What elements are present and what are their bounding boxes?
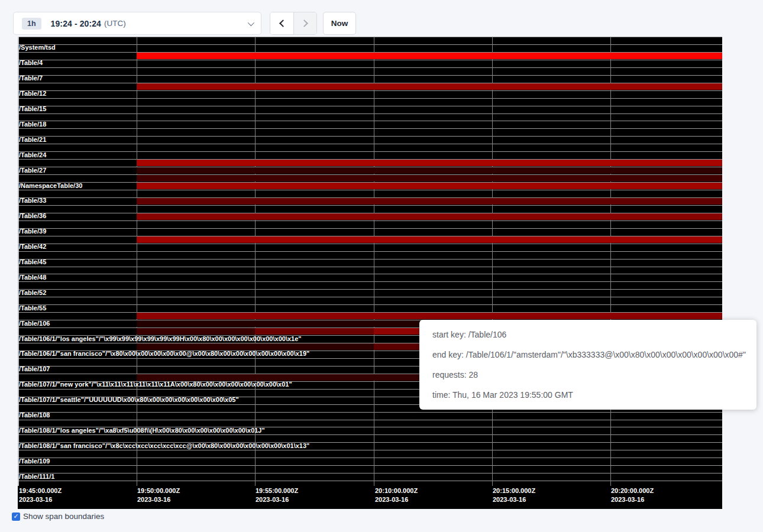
span-key-label: /Table/15 (19, 106, 46, 113)
span-key-label: /Table/48 (19, 274, 46, 281)
chevron-down-icon (248, 19, 254, 25)
span-boundary-line (18, 121, 722, 121)
chevron-right-icon (300, 20, 308, 27)
axis-tick-date: 2023-03-16 (611, 496, 654, 503)
span-boundary-line (18, 144, 722, 144)
span-key-label: /Table/42 (19, 244, 46, 251)
span-key-label: /Table/106 (19, 320, 50, 327)
span-key-label: /Table/106/1/"los angeles"/"\x99\x99\x99… (19, 336, 302, 343)
span-key-label: /NamespaceTable/30 (19, 183, 82, 190)
axis-tick: 19:45:00.000Z2023-03-16 (19, 487, 62, 503)
axis-tick-time: 19:50:00.000Z (137, 487, 180, 494)
span-boundary-line (18, 289, 722, 290)
axis-tick-date: 2023-03-16 (493, 496, 535, 503)
axis-tick-time: 20:10:00.000Z (375, 487, 418, 494)
heat-band[interactable] (137, 53, 722, 59)
span-boundary-line (18, 205, 722, 206)
axis-tick-time: 19:55:00.000Z (256, 487, 298, 494)
span-key-label: /Table/52 (19, 290, 46, 297)
now-button[interactable]: Now (323, 12, 356, 35)
footer-controls: ✓ Show span boundaries (12, 512, 104, 521)
axis-tick-time: 19:45:00.000Z (19, 487, 62, 494)
span-boundary-line (18, 458, 722, 458)
axis-tick-date: 2023-03-16 (375, 496, 418, 503)
span-key-label: /Table/107 (19, 366, 50, 373)
chevron-left-icon (279, 20, 287, 27)
time-range-text: 19:24 - 20:24 (51, 19, 101, 28)
span-boundary-line (18, 67, 722, 68)
next-time-button[interactable] (293, 12, 316, 34)
span-boundary-line (18, 259, 722, 259)
tooltip-line: start key: /Table/106 (432, 325, 756, 345)
span-boundary-line (18, 220, 722, 221)
time-range-select[interactable]: 1h 19:24 - 20:24 (UTC) (13, 12, 261, 35)
time-nav-group (270, 12, 317, 35)
axis-tick-date: 2023-03-16 (137, 496, 180, 503)
span-boundary-line (18, 251, 722, 252)
time-gridline (374, 37, 374, 486)
heat-band[interactable] (255, 328, 374, 335)
span-boundary-line (18, 90, 722, 91)
tooltip-line: end key: /Table/106/1/"amsterdam"/"\xb33… (432, 345, 756, 365)
key-visualizer-canvas[interactable]: /System/tsd/Table/4/Table/7/Table/12/Tab… (18, 37, 722, 509)
span-key-label: /Table/39 (19, 228, 46, 235)
heat-band[interactable] (137, 160, 722, 166)
span-key-label: /Table/108/1/"los angeles"/"\xa8\xf5\u00… (19, 427, 265, 434)
time-gridline (492, 37, 493, 486)
heat-band[interactable] (137, 236, 722, 243)
time-gridline (610, 37, 611, 486)
span-boundary-line (18, 281, 722, 282)
span-boundary-line (18, 274, 722, 274)
axis-tick-time: 20:15:00.000Z (493, 487, 535, 494)
time-gridline (255, 37, 256, 486)
span-key-label: /Table/107/1/"new york"/"\x11\x11\x11\x1… (19, 381, 292, 388)
span-key-label: /Table/4 (19, 60, 43, 67)
heat-band[interactable] (137, 213, 722, 220)
span-key-label: /Table/36 (19, 213, 46, 220)
span-boundary-line (18, 244, 722, 244)
heat-band[interactable] (137, 175, 722, 181)
span-boundary-line (18, 190, 722, 190)
span-key-label: /Table/106/1/"san francisco"/"\x80\x00\x… (19, 351, 309, 358)
heat-band[interactable] (137, 313, 722, 319)
prev-time-button[interactable] (270, 12, 293, 34)
span-key-label: /Table/12 (19, 90, 46, 98)
span-key-label: /Table/108 (19, 412, 50, 419)
heat-band[interactable] (137, 343, 374, 350)
axis-tick-date: 2023-03-16 (256, 496, 298, 503)
show-span-boundaries-label: Show span boundaries (23, 512, 104, 521)
span-key-label: /Table/7 (19, 75, 43, 82)
axis-tick: 20:10:00.000Z2023-03-16 (375, 487, 418, 503)
span-key-label: /Table/24 (19, 152, 46, 159)
span-key-label: /Table/107/1/"seattle"/"UUUUUUD\x00\x80\… (19, 397, 239, 404)
span-boundary-line (18, 60, 722, 60)
heat-band[interactable] (137, 167, 722, 174)
span-key-label: /Table/55 (19, 305, 46, 312)
span-key-label: /Table/109 (19, 458, 50, 465)
time-preset-badge: 1h (22, 18, 41, 30)
span-boundary-line (18, 151, 722, 152)
span-boundary-line (18, 113, 722, 114)
hover-tooltip: start key: /Table/106end key: /Table/106… (419, 320, 756, 410)
span-boundary-line (18, 106, 722, 106)
span-key-label: /Table/111/1 (19, 473, 54, 481)
axis-tick-date: 2023-03-16 (19, 496, 62, 503)
tooltip-line: requests: 28 (432, 365, 756, 385)
axis-tick: 19:50:00.000Z2023-03-16 (137, 487, 180, 503)
heat-band[interactable] (137, 198, 722, 205)
span-key-label: /Table/108/1/"san francisco"/"\x8c\xcc\x… (19, 443, 309, 450)
axis-tick: 19:55:00.000Z2023-03-16 (256, 487, 298, 503)
span-boundary-line (18, 434, 722, 435)
heat-band[interactable] (137, 183, 722, 189)
span-boundary-line (18, 75, 722, 76)
heat-band[interactable] (137, 328, 255, 335)
span-key-label: /Table/33 (19, 197, 46, 205)
span-boundary-line (18, 420, 722, 420)
span-key-label: /System/tsd (19, 44, 56, 51)
show-span-boundaries-checkbox[interactable]: ✓ (12, 512, 20, 521)
axis-tick-time: 20:20:00.000Z (611, 487, 654, 494)
span-boundary-line (18, 412, 722, 413)
heat-band[interactable] (137, 83, 722, 90)
span-boundary-line (18, 37, 722, 37)
span-key-label: /Table/21 (19, 137, 46, 144)
